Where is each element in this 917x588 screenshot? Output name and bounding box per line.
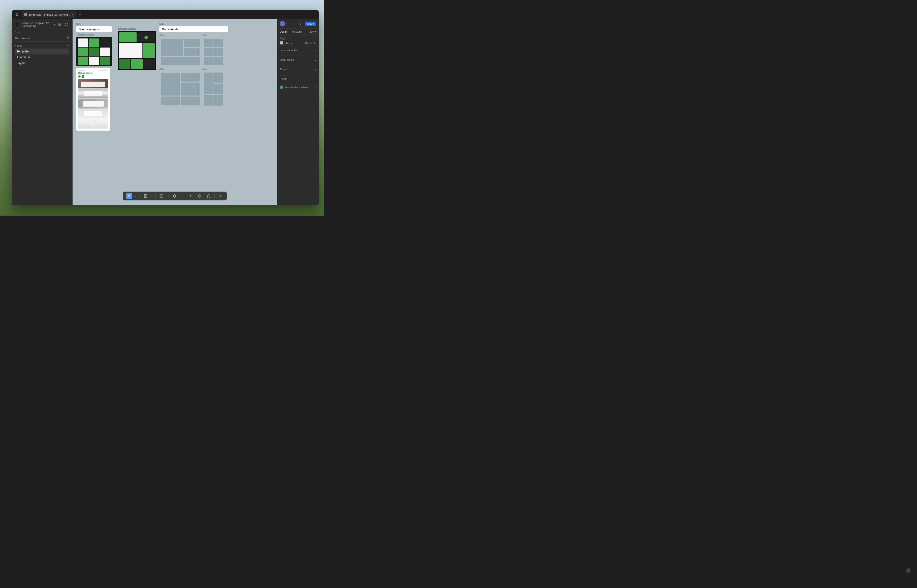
plugin-section-label: Plugin bbox=[280, 78, 316, 80]
export-label: Export bbox=[280, 68, 288, 71]
local-styles-label: Local styles bbox=[280, 58, 294, 61]
layers-toggle-button[interactable] bbox=[57, 21, 63, 27]
tab-favicon: 🖼 bbox=[24, 13, 27, 16]
panel-header: 🖼 Bento Grid Template #2 (Community) ▾ bbox=[12, 19, 72, 30]
street-image bbox=[78, 89, 108, 99]
plugin-section: Plugin bbox=[277, 76, 319, 84]
panel-project-name: Bento Grid Template #2 (Community) bbox=[21, 21, 52, 27]
template-example-label2: Template Example bbox=[118, 28, 156, 30]
toolbar-divider-1 bbox=[139, 194, 139, 198]
panel-logo: 🖼 bbox=[15, 22, 19, 27]
template-example-section: Template Example bbox=[118, 23, 156, 70]
svg-point-23 bbox=[314, 50, 314, 51]
pages-header: Pages + bbox=[15, 44, 70, 47]
note2-label: Note bbox=[159, 23, 228, 25]
zoom-indicator[interactable]: 21% ▾ bbox=[309, 30, 316, 33]
avatar-chevron-icon[interactable]: ▾ bbox=[286, 23, 287, 25]
bonus-assets-section: Note bentogrids bentogrids.io Bonus asse… bbox=[76, 65, 110, 131]
more-options-button[interactable]: ··· bbox=[314, 13, 317, 17]
prototype-tab[interactable]: Prototype bbox=[290, 30, 302, 33]
panel-header-actions bbox=[57, 21, 70, 27]
bonus-assets-card: bentogrids bentogrids.io Bonus assets bbox=[76, 68, 110, 131]
add-local-style-button[interactable]: + bbox=[314, 59, 316, 62]
pages-label: Pages bbox=[15, 44, 22, 47]
product-image bbox=[78, 119, 108, 129]
user-avatar[interactable]: U bbox=[280, 21, 285, 26]
grid-label-1: Grid bbox=[159, 34, 201, 66]
grid-layout-3 bbox=[159, 71, 201, 107]
search-button[interactable] bbox=[66, 36, 70, 40]
svg-rect-4 bbox=[58, 24, 61, 24]
svg-rect-7 bbox=[65, 23, 66, 24]
ba-site-text: bentogrids.io bbox=[100, 70, 108, 71]
page-item-layers[interactable]: Layers bbox=[15, 60, 70, 66]
tab-close-button[interactable]: ✕ bbox=[71, 13, 74, 16]
home-icon[interactable] bbox=[14, 11, 21, 18]
template-example-label1: Template Example bbox=[76, 34, 112, 36]
share-button[interactable]: Share bbox=[305, 21, 316, 26]
file-assets-bar: File Assets bbox=[12, 35, 72, 42]
file-tab[interactable]: File bbox=[15, 37, 19, 40]
text-tool-button[interactable]: T bbox=[188, 193, 194, 199]
percent-icon: % bbox=[309, 42, 312, 44]
page-color-value[interactable]: B6C1CE bbox=[285, 42, 303, 44]
add-page-button[interactable]: + bbox=[67, 44, 70, 47]
add-tab-button[interactable]: + bbox=[77, 12, 83, 18]
panel-layout-button[interactable] bbox=[63, 21, 70, 27]
current-tab[interactable]: 🖼 Bento Grid Template #2 (Commu... ✕ bbox=[21, 11, 76, 18]
svg-rect-6 bbox=[58, 25, 61, 26]
svg-rect-8 bbox=[67, 23, 68, 24]
rect-tool-chevron: ▾ bbox=[167, 195, 168, 197]
local-styles-section: Local styles + bbox=[277, 57, 319, 66]
page-item-template[interactable]: Template bbox=[15, 48, 70, 54]
page-section: Page B6C1CE 100 % bbox=[277, 35, 319, 47]
code-tool-button[interactable]: </> bbox=[217, 193, 224, 199]
play-button[interactable]: ▶ bbox=[298, 21, 303, 26]
ellipse-tool-button[interactable] bbox=[197, 193, 203, 199]
left-panel: 🖼 Bento Grid Template #2 (Community) ▾ bbox=[12, 19, 73, 205]
design-tab[interactable]: Design bbox=[280, 30, 288, 33]
svg-rect-0 bbox=[16, 13, 17, 15]
panel-subtitle: Drafts bbox=[12, 30, 72, 35]
tab-title: Bento Grid Template #2 (Commu... bbox=[28, 13, 70, 16]
assets-tab[interactable]: Assets bbox=[22, 37, 30, 40]
bento-examples-title: Bento examples bbox=[76, 26, 112, 32]
svg-rect-2 bbox=[16, 15, 17, 16]
svg-point-25 bbox=[315, 50, 316, 51]
pen-tool-chevron: ▾ bbox=[180, 195, 182, 197]
green-bento-mock bbox=[118, 31, 156, 70]
page-color-swatch[interactable] bbox=[280, 41, 283, 45]
tab-bar-actions: ··· bbox=[314, 13, 317, 17]
select-tool-button[interactable] bbox=[126, 193, 132, 199]
local-variables-settings-icon[interactable] bbox=[313, 49, 316, 53]
grid-layout-2 bbox=[203, 37, 225, 66]
pen-tool-button[interactable] bbox=[172, 193, 178, 199]
frame-tool-button[interactable] bbox=[143, 193, 148, 199]
right-panel: U ▾ ▶ Share Design Prototype 21% ▾ Pa bbox=[277, 19, 319, 205]
note1-label: Note bbox=[76, 23, 112, 25]
add-export-button[interactable]: + bbox=[314, 68, 316, 72]
plugin-icon: ✓ bbox=[280, 86, 283, 89]
plugin-remove-button[interactable]: − bbox=[314, 86, 316, 89]
page-item-thumbnail[interactable]: Thumbnail bbox=[15, 54, 70, 60]
canvas-inner: Note Bento examples Template Example bbox=[73, 19, 277, 205]
svg-rect-13 bbox=[144, 194, 147, 197]
svg-rect-9 bbox=[65, 25, 66, 26]
note3-label: Note bbox=[76, 65, 110, 67]
export-section: Export + bbox=[277, 66, 319, 76]
local-variables-section: Local variables bbox=[277, 47, 319, 57]
svg-rect-1 bbox=[18, 13, 18, 15]
export-header: Export + bbox=[280, 68, 316, 72]
billboard-image-2 bbox=[78, 99, 108, 108]
visibility-toggle-button[interactable] bbox=[313, 41, 316, 44]
grid-layout-1 bbox=[159, 37, 201, 66]
billboard-image-1 bbox=[78, 79, 108, 89]
bento-image-mock bbox=[76, 37, 112, 66]
toolbar-divider-3 bbox=[185, 194, 185, 198]
canvas-area[interactable]: Note Bento examples Template Example bbox=[73, 19, 277, 205]
local-styles-header: Local styles + bbox=[280, 58, 316, 63]
grid-variants-title: Grid variants bbox=[159, 26, 228, 32]
zoom-chevron-icon: ▾ bbox=[315, 31, 316, 33]
components-tool-button[interactable] bbox=[206, 193, 211, 199]
rectangle-tool-button[interactable] bbox=[159, 193, 165, 199]
